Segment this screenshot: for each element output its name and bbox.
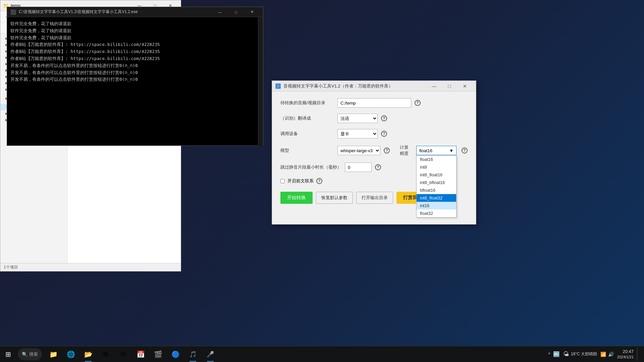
device-select[interactable]: 显卡CPU — [337, 129, 378, 138]
app-icon-symbol: ♪ — [277, 84, 279, 88]
console-close-btn[interactable]: ✕ — [244, 7, 260, 17]
weather-widget[interactable]: 🌤 18°C 大部晴朗 — [563, 351, 597, 358]
taskbar-app-blue[interactable]: 🔵 — [167, 346, 183, 362]
start-button[interactable]: ⊞ — [0, 346, 16, 362]
app-icon: ♪ — [275, 83, 281, 89]
precision-selected-value: float16 — [419, 148, 432, 153]
app-maximize-btn[interactable]: □ — [442, 81, 457, 91]
device-help-icon[interactable]: ? — [381, 131, 387, 137]
taskbar-apps: 📁 🌐 📂 🛍 ✉ 📅 🎬 🔵 � — [45, 346, 218, 362]
device-row: 调用设备 显卡CPU ? — [280, 129, 468, 138]
precision-dropdown-btn[interactable]: float16 ▼ — [416, 146, 457, 155]
console-line-8: 开发不易，有条件的可以点击软件里的打赏按钮进行打赏0(∩_∩)0 — [10, 69, 260, 76]
taskbar-app-audio2[interactable]: 🎤 — [202, 346, 218, 362]
taskbar-app-icon: 🛍 — [102, 350, 109, 358]
taskbar-app-icon: 📂 — [84, 350, 93, 358]
network-icon[interactable]: 📶 — [600, 352, 606, 357]
clock[interactable]: 20:47 2024/1/21 — [617, 349, 634, 360]
taskbar-app-mail[interactable]: ✉ — [115, 346, 131, 362]
model-select[interactable]: whisper-large-v3whisper-large-v2whisper-… — [337, 146, 380, 155]
tray-icon-1[interactable]: ^ — [548, 352, 550, 357]
taskbar-app-icon: 📁 — [49, 350, 58, 358]
clock-time: 20:47 — [617, 349, 634, 355]
precision-dropdown-menu: float16 int8 int8_float16 int8_bfloat16 … — [416, 155, 457, 218]
console-body: 软件完全免费，花了钱的请退款 软件完全免费，花了钱的请退款 软件完全免费，花了钱… — [7, 17, 263, 145]
taskbar-app-icon: 🌐 — [67, 350, 75, 358]
app-minimize-btn[interactable]: — — [426, 81, 442, 91]
precision-option-int8-float32[interactable]: int8_float32 — [417, 194, 456, 202]
taskbar-app-edge[interactable]: 🌐 — [63, 346, 79, 362]
show-desktop-btn[interactable] — [637, 348, 639, 361]
translate-label: （识别）翻译成 — [280, 115, 334, 121]
console-icon: ⬛ — [10, 9, 16, 15]
console-maximize-btn[interactable]: □ — [228, 7, 244, 17]
console-line-6: 作者B站【万能君的软件库】: https://space.bilibili.co… — [10, 55, 260, 62]
start-btn[interactable]: 开始转换 — [280, 192, 313, 204]
path-label: 待转换的音频/视频目录 — [280, 100, 334, 106]
taskbar-app-explorer[interactable]: 📁 — [45, 346, 61, 362]
taskbar-app-calendar[interactable]: 📅 — [132, 346, 149, 362]
precision-option-int16[interactable]: int16 — [417, 202, 456, 209]
precision-help-icon[interactable]: ? — [462, 147, 468, 154]
console-title-text: C:\音视频转文字字幕小工具V1.2\音视频转文字字幕小工具V1.2.exe — [19, 9, 138, 15]
taskbar-right: ^ 🔤 🌤 18°C 大部晴朗 📶 🔊 20:47 2024/1/21 — [548, 348, 644, 361]
device-label: 调用设备 — [280, 131, 334, 137]
search-icon: 🔍 — [22, 352, 28, 357]
silence-label: 跳过静音片段最小时长（毫秒） — [280, 164, 341, 170]
precision-option-float16[interactable]: float16 — [417, 156, 456, 163]
precision-option-int8[interactable]: int8 — [417, 163, 456, 171]
path-help-icon[interactable]: ? — [415, 100, 421, 106]
weather-icon: 🌤 — [563, 351, 569, 358]
precision-option-float32[interactable]: float32 — [417, 209, 456, 217]
translate-help-icon[interactable]: ? — [381, 115, 387, 121]
path-input[interactable] — [337, 98, 411, 108]
precision-label: 计算精度 — [400, 144, 413, 157]
console-line-3: 软件完全免费，花了钱的请退款 — [10, 35, 260, 42]
precision-dropdown-container: float16 ▼ float16 int8 int8_float16 int8… — [416, 146, 457, 155]
app-titlebar: ♪ 音视频转文字字幕小工具V1.2（作者：万能君的软件库） — □ ✕ — [272, 81, 476, 92]
console-line-7: 开发不易，有条件的可以点击软件里的打赏按钮进行打赏0(∩_∩)0 — [10, 62, 260, 69]
silence-input[interactable] — [345, 163, 372, 172]
console-line-5: 作者B站【万能君的软件库】: https://space.bilibili.co… — [10, 48, 260, 55]
precision-option-int8-float16[interactable]: int8_float16 — [417, 171, 456, 179]
app-title-left: ♪ 音视频转文字字幕小工具V1.2（作者：万能君的软件库） — [275, 83, 393, 89]
system-tray: ^ 🔤 — [548, 351, 560, 357]
model-label: 模型 — [280, 147, 334, 154]
taskbar-app-icon: 🎬 — [154, 350, 162, 358]
precision-chevron-icon: ▼ — [449, 148, 453, 153]
reset-btn[interactable]: 恢复默认参数 — [316, 192, 353, 204]
context-checkbox[interactable] — [280, 179, 285, 183]
context-help-icon[interactable]: ? — [316, 178, 322, 184]
taskbar-app-icon: 🎵 — [189, 351, 197, 358]
clock-date: 2024/1/21 — [617, 355, 634, 360]
system-icons: 📶 🔊 — [600, 352, 614, 357]
model-precision-row: 模型 whisper-large-v3whisper-large-v2whisp… — [280, 144, 468, 157]
taskbar-app-icon: ✉ — [120, 350, 126, 358]
translate-row: （识别）翻译成 法语英语中文 ? — [280, 114, 468, 123]
console-line-4: 作者B站【万能君的软件库】: https://space.bilibili.co… — [10, 41, 260, 48]
taskbar-app-icon: 🔵 — [171, 350, 180, 358]
precision-option-int8-bfloat16[interactable]: int8_bfloat16 — [417, 179, 456, 186]
taskbar-app-audio1[interactable]: 🎵 — [185, 346, 201, 362]
console-minimize-btn[interactable]: — — [212, 7, 227, 17]
app-title-text: 音视频转文字字幕小工具V1.2（作者：万能君的软件库） — [283, 83, 393, 89]
weather-text: 18°C 大部晴朗 — [571, 351, 597, 357]
translate-select[interactable]: 法语英语中文 — [337, 114, 378, 123]
silence-help-icon[interactable]: ? — [375, 164, 381, 170]
volume-icon[interactable]: 🔊 — [608, 352, 614, 357]
explorer-status-bar: 1个项目 — [0, 263, 181, 271]
taskbar-app-icon: 🎤 — [207, 351, 214, 358]
console-line-2: 软件完全免费，花了钱的请退款 — [10, 27, 260, 35]
taskbar: ⊞ 🔍 搜索 📁 🌐 📂 🛍 ✉ 📅 — [0, 346, 644, 362]
console-scrollbar[interactable] — [258, 17, 263, 146]
output-btn[interactable]: 打开输出目录 — [356, 192, 393, 204]
tray-icon-2[interactable]: 🔤 — [553, 351, 560, 357]
taskbar-search-box[interactable]: 🔍 搜索 — [18, 348, 42, 360]
taskbar-app-media[interactable]: 🎬 — [150, 346, 166, 362]
taskbar-app-store[interactable]: 🛍 — [98, 346, 114, 362]
precision-option-bfloat16[interactable]: bfloat16 — [417, 186, 456, 194]
model-help-icon[interactable]: ? — [384, 147, 390, 154]
app-close-btn[interactable]: ✕ — [457, 81, 473, 91]
status-text: 1个项目 — [4, 264, 18, 270]
taskbar-app-temp[interactable]: 📂 — [80, 346, 96, 362]
